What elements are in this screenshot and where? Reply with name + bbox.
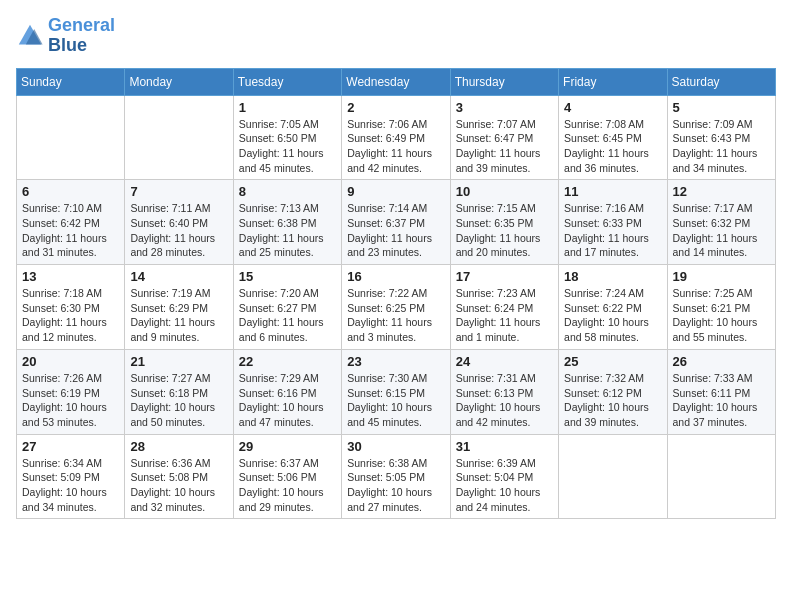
calendar-cell: 30Sunrise: 6:38 AMSunset: 5:05 PMDayligh… (342, 434, 450, 519)
day-info: Sunrise: 7:09 AMSunset: 6:43 PMDaylight:… (673, 117, 770, 176)
day-info: Sunrise: 7:10 AMSunset: 6:42 PMDaylight:… (22, 201, 119, 260)
day-number: 25 (564, 354, 661, 369)
day-number: 6 (22, 184, 119, 199)
day-number: 7 (130, 184, 227, 199)
day-info: Sunrise: 6:38 AMSunset: 5:05 PMDaylight:… (347, 456, 444, 515)
calendar-cell: 25Sunrise: 7:32 AMSunset: 6:12 PMDayligh… (559, 349, 667, 434)
calendar-week-row: 20Sunrise: 7:26 AMSunset: 6:19 PMDayligh… (17, 349, 776, 434)
calendar-cell (559, 434, 667, 519)
calendar-cell: 29Sunrise: 6:37 AMSunset: 5:06 PMDayligh… (233, 434, 341, 519)
calendar-week-row: 27Sunrise: 6:34 AMSunset: 5:09 PMDayligh… (17, 434, 776, 519)
day-info: Sunrise: 6:36 AMSunset: 5:08 PMDaylight:… (130, 456, 227, 515)
day-number: 26 (673, 354, 770, 369)
weekday-header: Friday (559, 68, 667, 95)
calendar-body: 1Sunrise: 7:05 AMSunset: 6:50 PMDaylight… (17, 95, 776, 519)
day-number: 4 (564, 100, 661, 115)
calendar-cell: 3Sunrise: 7:07 AMSunset: 6:47 PMDaylight… (450, 95, 558, 180)
day-info: Sunrise: 7:29 AMSunset: 6:16 PMDaylight:… (239, 371, 336, 430)
day-info: Sunrise: 7:17 AMSunset: 6:32 PMDaylight:… (673, 201, 770, 260)
calendar-cell: 2Sunrise: 7:06 AMSunset: 6:49 PMDaylight… (342, 95, 450, 180)
day-number: 11 (564, 184, 661, 199)
calendar-cell: 18Sunrise: 7:24 AMSunset: 6:22 PMDayligh… (559, 265, 667, 350)
day-number: 20 (22, 354, 119, 369)
calendar-week-row: 1Sunrise: 7:05 AMSunset: 6:50 PMDaylight… (17, 95, 776, 180)
day-number: 18 (564, 269, 661, 284)
weekday-header: Tuesday (233, 68, 341, 95)
day-info: Sunrise: 7:15 AMSunset: 6:35 PMDaylight:… (456, 201, 553, 260)
calendar-cell: 22Sunrise: 7:29 AMSunset: 6:16 PMDayligh… (233, 349, 341, 434)
weekday-header: Saturday (667, 68, 775, 95)
day-info: Sunrise: 7:06 AMSunset: 6:49 PMDaylight:… (347, 117, 444, 176)
day-number: 17 (456, 269, 553, 284)
calendar-cell: 23Sunrise: 7:30 AMSunset: 6:15 PMDayligh… (342, 349, 450, 434)
day-info: Sunrise: 7:16 AMSunset: 6:33 PMDaylight:… (564, 201, 661, 260)
weekday-header: Sunday (17, 68, 125, 95)
calendar-cell (125, 95, 233, 180)
day-number: 19 (673, 269, 770, 284)
calendar-cell: 28Sunrise: 6:36 AMSunset: 5:08 PMDayligh… (125, 434, 233, 519)
calendar-cell: 20Sunrise: 7:26 AMSunset: 6:19 PMDayligh… (17, 349, 125, 434)
day-number: 23 (347, 354, 444, 369)
day-number: 21 (130, 354, 227, 369)
calendar-cell: 10Sunrise: 7:15 AMSunset: 6:35 PMDayligh… (450, 180, 558, 265)
calendar-cell (17, 95, 125, 180)
calendar-cell: 4Sunrise: 7:08 AMSunset: 6:45 PMDaylight… (559, 95, 667, 180)
day-number: 12 (673, 184, 770, 199)
weekday-header: Wednesday (342, 68, 450, 95)
day-number: 28 (130, 439, 227, 454)
day-number: 14 (130, 269, 227, 284)
weekday-header: Monday (125, 68, 233, 95)
day-number: 29 (239, 439, 336, 454)
calendar-cell: 14Sunrise: 7:19 AMSunset: 6:29 PMDayligh… (125, 265, 233, 350)
calendar-cell: 17Sunrise: 7:23 AMSunset: 6:24 PMDayligh… (450, 265, 558, 350)
day-info: Sunrise: 7:22 AMSunset: 6:25 PMDaylight:… (347, 286, 444, 345)
day-info: Sunrise: 7:27 AMSunset: 6:18 PMDaylight:… (130, 371, 227, 430)
day-number: 9 (347, 184, 444, 199)
day-number: 24 (456, 354, 553, 369)
day-info: Sunrise: 7:24 AMSunset: 6:22 PMDaylight:… (564, 286, 661, 345)
day-info: Sunrise: 7:05 AMSunset: 6:50 PMDaylight:… (239, 117, 336, 176)
day-number: 30 (347, 439, 444, 454)
calendar-cell: 19Sunrise: 7:25 AMSunset: 6:21 PMDayligh… (667, 265, 775, 350)
day-info: Sunrise: 7:32 AMSunset: 6:12 PMDaylight:… (564, 371, 661, 430)
logo: General Blue (16, 16, 115, 56)
calendar-cell: 24Sunrise: 7:31 AMSunset: 6:13 PMDayligh… (450, 349, 558, 434)
day-number: 2 (347, 100, 444, 115)
day-info: Sunrise: 7:25 AMSunset: 6:21 PMDaylight:… (673, 286, 770, 345)
logo-text: General Blue (48, 16, 115, 56)
calendar-cell: 16Sunrise: 7:22 AMSunset: 6:25 PMDayligh… (342, 265, 450, 350)
day-info: Sunrise: 7:33 AMSunset: 6:11 PMDaylight:… (673, 371, 770, 430)
calendar-cell: 1Sunrise: 7:05 AMSunset: 6:50 PMDaylight… (233, 95, 341, 180)
calendar-week-row: 13Sunrise: 7:18 AMSunset: 6:30 PMDayligh… (17, 265, 776, 350)
calendar-cell: 27Sunrise: 6:34 AMSunset: 5:09 PMDayligh… (17, 434, 125, 519)
calendar-cell: 12Sunrise: 7:17 AMSunset: 6:32 PMDayligh… (667, 180, 775, 265)
calendar-cell: 15Sunrise: 7:20 AMSunset: 6:27 PMDayligh… (233, 265, 341, 350)
calendar-week-row: 6Sunrise: 7:10 AMSunset: 6:42 PMDaylight… (17, 180, 776, 265)
day-info: Sunrise: 7:30 AMSunset: 6:15 PMDaylight:… (347, 371, 444, 430)
calendar-cell: 13Sunrise: 7:18 AMSunset: 6:30 PMDayligh… (17, 265, 125, 350)
calendar-cell: 7Sunrise: 7:11 AMSunset: 6:40 PMDaylight… (125, 180, 233, 265)
logo-icon (16, 22, 44, 50)
day-info: Sunrise: 7:11 AMSunset: 6:40 PMDaylight:… (130, 201, 227, 260)
day-info: Sunrise: 7:26 AMSunset: 6:19 PMDaylight:… (22, 371, 119, 430)
day-number: 13 (22, 269, 119, 284)
day-info: Sunrise: 7:13 AMSunset: 6:38 PMDaylight:… (239, 201, 336, 260)
day-info: Sunrise: 7:14 AMSunset: 6:37 PMDaylight:… (347, 201, 444, 260)
calendar-cell: 11Sunrise: 7:16 AMSunset: 6:33 PMDayligh… (559, 180, 667, 265)
day-info: Sunrise: 7:31 AMSunset: 6:13 PMDaylight:… (456, 371, 553, 430)
calendar-cell: 8Sunrise: 7:13 AMSunset: 6:38 PMDaylight… (233, 180, 341, 265)
page-header: General Blue (16, 16, 776, 56)
day-number: 15 (239, 269, 336, 284)
day-number: 5 (673, 100, 770, 115)
day-number: 27 (22, 439, 119, 454)
day-info: Sunrise: 7:18 AMSunset: 6:30 PMDaylight:… (22, 286, 119, 345)
day-info: Sunrise: 6:37 AMSunset: 5:06 PMDaylight:… (239, 456, 336, 515)
calendar-cell (667, 434, 775, 519)
calendar-header-row: SundayMondayTuesdayWednesdayThursdayFrid… (17, 68, 776, 95)
day-number: 3 (456, 100, 553, 115)
day-number: 22 (239, 354, 336, 369)
day-info: Sunrise: 7:20 AMSunset: 6:27 PMDaylight:… (239, 286, 336, 345)
day-info: Sunrise: 7:23 AMSunset: 6:24 PMDaylight:… (456, 286, 553, 345)
calendar-cell: 21Sunrise: 7:27 AMSunset: 6:18 PMDayligh… (125, 349, 233, 434)
day-number: 16 (347, 269, 444, 284)
